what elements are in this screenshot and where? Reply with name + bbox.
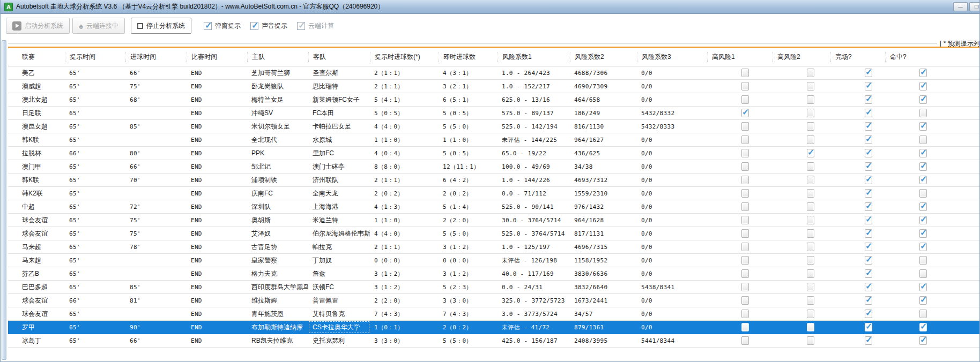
finished-checkbox[interactable] [865,135,872,144]
high_risk1-checkbox[interactable] [741,310,749,318]
table-row[interactable]: 球会友谊65'END青年施茨恩艾特贝鲁克7（4：3）7（4：3）3.0 - 37… [8,307,979,321]
finished-checkbox[interactable] [865,310,872,318]
hit-checkbox[interactable] [919,229,927,238]
start-analysis-button[interactable]: 启动分析系统 [6,18,70,34]
table-row[interactable]: 马来超65'78'END古晋足协帕拉克2（1：1）3（1：2）1.0 - 125… [8,240,979,254]
popup-alert-checkbox[interactable]: 弹窗提示 [204,21,241,31]
table-row[interactable]: 巴巴多超65'85'END西印度群岛大学黑鸟沃顿FC3（1：2）5（2：3）0.… [8,281,979,294]
high_risk1-checkbox[interactable] [741,162,749,171]
column-header-match_time[interactable]: 比赛时间 [187,52,247,62]
hit-checkbox[interactable] [919,323,927,331]
high_risk2-checkbox[interactable] [807,202,814,211]
high_risk2-checkbox[interactable] [807,162,814,171]
high_risk2-checkbox[interactable] [807,69,814,77]
high_risk1-checkbox[interactable] [741,202,749,211]
finished-checkbox[interactable] [865,69,872,77]
sound-alert-checkbox[interactable]: 声音提示 [250,21,287,31]
high_risk1-checkbox[interactable] [741,336,749,345]
high_risk2-checkbox[interactable] [807,323,814,331]
hit-checkbox[interactable] [919,149,927,157]
table-row[interactable]: 球会友谊65'75'END艾泽奴伯尔尼海姆格伦韦斯4（4：0）5（5：0）525… [8,227,979,240]
high_risk2-checkbox[interactable] [807,256,814,265]
high_risk1-checkbox[interactable] [741,189,749,198]
finished-checkbox[interactable] [865,176,872,184]
cloud-connect-button[interactable]: ♠ 云端连接中 [72,18,125,34]
finished-checkbox[interactable] [865,243,872,251]
high_risk1-checkbox[interactable] [741,256,749,265]
table-row[interactable]: 中超65'72'END深圳队上海海港4（1：3）5（1：4）525.0 - 90… [8,200,979,214]
finished-checkbox[interactable] [865,269,872,278]
high_risk1-checkbox[interactable] [741,69,749,77]
table-row[interactable]: 美乙65'66'END芝加哥荷兰狮圣查尔斯2（1：1）4（3：1）1.0 - 2… [8,66,979,80]
column-header-risk3[interactable]: 风险系数3 [637,52,707,62]
high_risk2-checkbox[interactable] [807,283,814,291]
finished-checkbox[interactable] [865,95,872,104]
table-row[interactable]: 冰岛丁65'66'ENDRB凯夫拉维克史托克瑟利3（3：0）5（5：0）425.… [8,334,979,348]
hit-checkbox[interactable] [919,69,927,77]
finished-checkbox[interactable] [865,109,872,117]
table-row[interactable]: 韩K联65'END全北现代水原城1（1：0）1（1：0）未评估 - 144/22… [8,133,979,147]
high_risk2-checkbox[interactable] [807,216,814,224]
finished-checkbox[interactable] [865,162,872,171]
finished-checkbox[interactable] [865,149,872,157]
column-header-hit[interactable]: 命中? [885,52,971,62]
high_risk1-checkbox[interactable] [741,269,749,278]
table-row[interactable]: 韩K联65'70'END浦项制铁济州联队2（1：1）6（4：2）1.0 - 14… [8,174,979,187]
column-header-risk2[interactable]: 风险系数2 [570,52,637,62]
column-header-home[interactable]: 主队 [247,52,308,62]
high_risk2-checkbox[interactable] [807,296,814,305]
high_risk1-checkbox[interactable] [741,95,749,104]
hit-checkbox[interactable] [919,135,927,144]
high_risk2-checkbox[interactable] [807,82,814,90]
high_risk2-checkbox[interactable] [807,95,814,104]
hit-checkbox[interactable] [919,82,927,90]
minimize-button[interactable]: — [953,2,968,11]
table-row[interactable]: 澳门甲65'66'END邹北记澳门士砵亭8（8：0）12（11：1）100.0 … [8,160,979,174]
column-header-live_goals[interactable]: 即时进球数 [439,52,498,62]
hit-checkbox[interactable] [919,162,927,171]
high_risk2-checkbox[interactable] [807,109,814,117]
column-header-risk1[interactable]: 风险系数1 [498,52,570,62]
high_risk2-checkbox[interactable] [807,229,814,238]
column-header-tip_goals[interactable]: 提示时进球数(*) [370,52,439,62]
table-row[interactable]: 拉脱杯66'80'ENDPPK里加FC4（0：4）5（0：5）65.0 - 19… [8,147,979,160]
table-row[interactable]: 澳北女超65'68'END梅特兰女足新莱姆顿FC女子5（4：1）6（5：1）62… [8,93,979,107]
finished-checkbox[interactable] [865,122,872,131]
finished-checkbox[interactable] [865,283,872,291]
high_risk2-checkbox[interactable] [807,269,814,278]
table-row[interactable]: 马来超65'END皇家警察丁加奴0（0：0）0（0：0）未评估 - 126/19… [8,254,979,267]
high_risk1-checkbox[interactable] [741,135,749,144]
hit-checkbox[interactable] [919,189,927,198]
finished-checkbox[interactable] [865,256,872,265]
column-header-tip_time[interactable]: 提示时间 [65,52,125,62]
column-header-finished[interactable]: 完场? [830,52,885,62]
column-header-goal_time[interactable]: 进球时间 [125,52,187,62]
high_risk2-checkbox[interactable] [807,336,814,345]
hit-checkbox[interactable] [919,296,927,305]
high_risk2-checkbox[interactable] [807,122,814,131]
high_risk2-checkbox[interactable] [807,176,814,184]
high_risk1-checkbox[interactable] [741,149,749,157]
hit-checkbox[interactable] [919,336,927,345]
hit-checkbox[interactable] [919,283,927,291]
hit-checkbox[interactable] [919,310,927,318]
high_risk2-checkbox[interactable] [807,310,814,318]
hit-checkbox[interactable] [919,202,927,211]
finished-checkbox[interactable] [865,296,872,305]
table-row[interactable]: 球会友谊65'75'END奥胡斯米迪兰特1（1：0）2（2：0）30.0 - 3… [8,214,979,227]
finished-checkbox[interactable] [865,202,872,211]
high_risk1-checkbox[interactable] [741,216,749,224]
high_risk1-checkbox[interactable] [741,283,749,291]
high_risk1-checkbox[interactable] [741,323,749,331]
table-row[interactable]: 芬乙B65'END格力夫克詹兹3（1：2）3（1：2）40.0 - 117/16… [8,267,979,281]
high_risk2-checkbox[interactable] [807,135,814,144]
maximize-button[interactable]: ❐ [969,2,980,11]
cloud-compute-checkbox[interactable]: 云端计算 [297,21,334,31]
column-header-high_risk1[interactable]: 高风险1 [707,52,773,62]
high_risk1-checkbox[interactable] [741,109,749,117]
column-header-high_risk2[interactable]: 高风险2 [773,52,830,62]
finished-checkbox[interactable] [865,216,872,224]
table-row[interactable]: 球会友谊66'81'END维拉斯姆普雷佩雷2（2：0）3（3：0）325.0 -… [8,294,979,307]
high_risk1-checkbox[interactable] [741,243,749,251]
high_risk2-checkbox[interactable] [807,243,814,251]
